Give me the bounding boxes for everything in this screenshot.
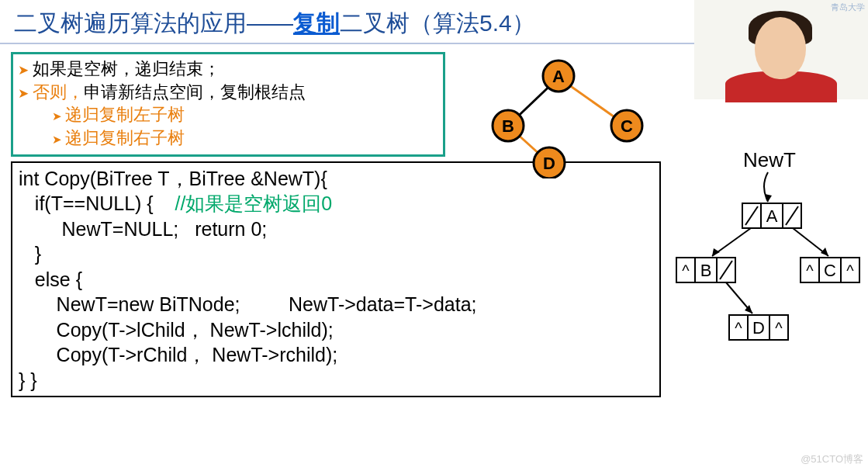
svg-text:B: B <box>700 261 712 280</box>
code-l5: else { <box>19 268 82 290</box>
svg-text:^: ^ <box>735 320 742 337</box>
svg-text:^: ^ <box>682 262 690 279</box>
algorithm-box: 如果是空树，递归结束； 否则，申请新结点空间，复制根结点 递归复制左子树 递归复… <box>11 52 445 157</box>
newt-label: NewT <box>743 148 796 171</box>
title-accent: 复制 <box>293 10 340 36</box>
algo-line-1: 如果是空树，递归结束； <box>18 57 438 81</box>
watermark: @51CTO博客 <box>801 452 863 466</box>
code-comment: //如果是空树返回0 <box>175 192 332 214</box>
tree-node-d: D <box>543 154 555 173</box>
title-post: 二叉树（算法5.4） <box>340 10 535 36</box>
code-box: int Copy(BiTree T，BiTree &NewT){ if(T==N… <box>11 161 661 398</box>
svg-marker-14 <box>712 248 720 256</box>
presenter-webcam: 青岛大学 <box>694 0 868 99</box>
code-l3: NewT=NULL; return 0; <box>19 218 267 240</box>
code-l6: NewT=new BiTNode; NewT->data=T->data; <box>19 293 477 315</box>
algo-line-4: 递归复制右子树 <box>52 126 438 150</box>
title-pre: 二叉树遍历算法的应用—— <box>14 10 293 36</box>
newt-node-b: ^ B <box>676 258 735 282</box>
svg-text:^: ^ <box>846 262 854 279</box>
algo-line-2: 否则，申请新结点空间，复制根结点 <box>18 81 438 104</box>
code-l7: Copy(T->lChild， NewT->lchild); <box>19 319 334 341</box>
newt-node-c: ^ C ^ <box>801 258 859 282</box>
algo-line-3: 递归复制左子树 <box>52 103 438 126</box>
svg-text:A: A <box>766 206 778 226</box>
binary-tree-diagram: A B C D <box>465 54 659 178</box>
code-l8: Copy(T->rChild， NewT->rchild); <box>19 344 337 365</box>
svg-marker-15 <box>821 248 828 256</box>
svg-text:^: ^ <box>806 262 814 279</box>
svg-text:C: C <box>824 261 836 280</box>
code-l4: } <box>19 243 41 265</box>
newt-node-d: ^ D ^ <box>729 315 788 340</box>
svg-text:D: D <box>752 318 765 338</box>
newt-node-a: A <box>742 203 801 228</box>
tree-node-c: C <box>621 116 633 136</box>
code-l9: } } <box>19 369 37 391</box>
webcam-caption: 青岛大学 <box>831 2 865 13</box>
code-l1: int Copy(BiTree T，BiTree &NewT){ <box>19 168 327 189</box>
tree-node-a: A <box>552 67 565 86</box>
code-l2a: if(T==NULL) { <box>19 192 175 214</box>
svg-text:^: ^ <box>775 320 783 337</box>
tree-node-b: B <box>502 116 514 136</box>
newt-diagram: NewT A ^ B ^ C ^ ^ D ^ <box>669 147 866 365</box>
